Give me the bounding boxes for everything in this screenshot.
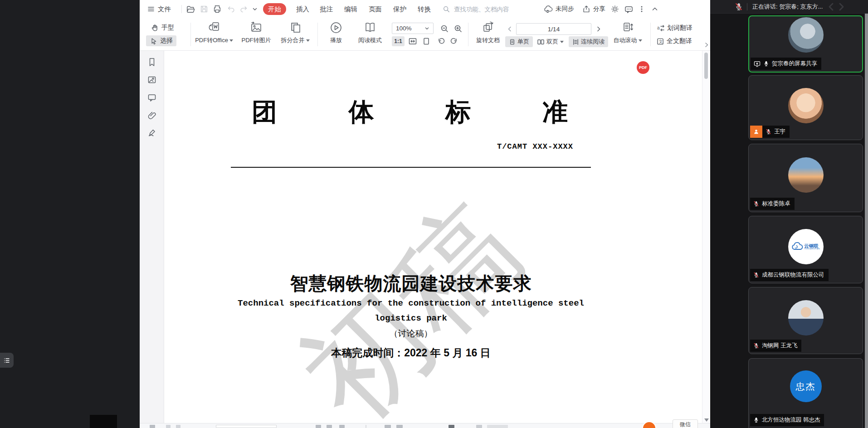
participant-label: 贺宗春的屏幕共享 <box>751 58 821 70</box>
file-menu[interactable]: 文件 <box>147 0 171 18</box>
hand-tool-button[interactable]: 手型 <box>147 22 178 33</box>
status-icon[interactable] <box>150 425 155 428</box>
printer-icon <box>213 5 222 14</box>
quickbar-more-button[interactable] <box>252 0 258 18</box>
tab-label: 插入 <box>296 5 309 14</box>
chevron-down-icon <box>252 6 258 12</box>
participant-tile-wangyu[interactable]: 王宇 <box>748 75 863 140</box>
participant-tile-hezongchun-share[interactable]: 贺宗春的屏幕共享 <box>748 15 863 73</box>
participant-tile-hanzhongjie[interactable]: 忠杰 北方恒达物流园 韩忠杰 <box>748 358 863 428</box>
status-icon[interactable] <box>176 425 180 428</box>
save-button[interactable] <box>200 0 209 18</box>
open-book-icon <box>363 21 377 34</box>
select-tool-button[interactable]: 选择 <box>146 35 176 46</box>
tab-convert[interactable]: 转换 <box>413 3 436 15</box>
rotate-left-button[interactable] <box>435 36 446 46</box>
read-mode-button[interactable]: 阅读模式 <box>352 21 388 44</box>
actual-size-button[interactable]: 1:1 <box>392 36 405 46</box>
more-menu-button[interactable] <box>639 0 645 18</box>
image-thumbnail-icon[interactable] <box>147 75 157 85</box>
settings-button[interactable] <box>610 0 619 18</box>
fit-page-button[interactable] <box>421 36 432 46</box>
status-page-box[interactable] <box>216 425 277 428</box>
signature-icon[interactable] <box>147 128 157 138</box>
tab-protect[interactable]: 保护 <box>388 3 411 15</box>
status-icon[interactable] <box>339 425 345 428</box>
tab-insert[interactable]: 插入 <box>291 3 314 15</box>
chevron-up-icon <box>651 5 658 13</box>
search-input[interactable] <box>453 5 521 13</box>
tab-edit[interactable]: 编辑 <box>339 3 362 15</box>
history-back-icon[interactable] <box>826 2 836 12</box>
double-page-button[interactable]: 双页 <box>533 36 567 47</box>
next-page-button[interactable] <box>594 24 603 34</box>
attachment-icon[interactable] <box>147 110 157 120</box>
bookmark-icon[interactable] <box>147 57 157 67</box>
split-merge-button[interactable]: 拆分合并 <box>277 21 314 44</box>
continuous-read-button[interactable]: 连续阅读 <box>569 36 608 47</box>
divider <box>650 23 651 46</box>
wechat-taskbar-tip[interactable]: 微信 <box>673 419 698 428</box>
status-icon[interactable] <box>385 425 391 428</box>
scroll-down-arrow[interactable] <box>704 418 709 422</box>
ribbon-expand-button[interactable] <box>704 42 709 48</box>
mic-on-icon <box>763 60 769 67</box>
participant-tile-chenzhuo[interactable]: 标准委陈卓 <box>748 144 863 212</box>
pdf-to-image-button[interactable]: PDF转图片 <box>237 21 276 44</box>
document-scrollbar[interactable] <box>702 51 709 423</box>
status-icon[interactable] <box>316 425 321 428</box>
redo-button[interactable] <box>239 0 249 18</box>
heading-char: 标 <box>445 98 471 126</box>
page-indicator-value: 1/14 <box>548 26 560 33</box>
tab-home[interactable]: 开始 <box>263 3 286 15</box>
document-page[interactable]: 初稿 PDF 团 体 标 准 T/CAMT XXX-XXXX 智慧钢铁物流园建设… <box>164 51 702 423</box>
comment-icon[interactable] <box>147 92 157 102</box>
status-icon[interactable] <box>327 425 332 428</box>
zoom-level-select[interactable]: 100% <box>392 23 434 34</box>
standard-heading: 团 体 标 准 <box>252 98 568 126</box>
fit-page-icon <box>422 37 430 45</box>
play-button[interactable]: 播放 <box>321 21 351 44</box>
tab-page[interactable]: 页面 <box>364 3 387 15</box>
share-button[interactable]: 分享 <box>582 0 605 18</box>
full-translate-icon: 文 <box>657 38 664 45</box>
list-icon <box>3 357 10 364</box>
collapse-ribbon-button[interactable] <box>651 0 658 18</box>
tab-annotate[interactable]: 批注 <box>315 3 338 15</box>
undo-button[interactable] <box>226 0 235 18</box>
open-button[interactable] <box>186 0 195 18</box>
participant-tile-yungang[interactable]: 云钢联 YUNGANGLIAN 成都云钢联物流有限公司 <box>748 216 863 283</box>
participant-tile-wanglongfei[interactable]: 淘钢网 王龙飞 <box>748 287 863 354</box>
pdf-app-badge[interactable]: PDF <box>637 61 649 74</box>
feedback-button[interactable] <box>624 0 634 18</box>
speaking-banner: 正在讲话: 贺宗春; 京东方... <box>752 3 823 11</box>
pdf-to-office-button[interactable]: PDF转Office <box>193 21 235 44</box>
status-icon[interactable] <box>476 425 482 428</box>
status-icon[interactable] <box>396 425 403 428</box>
heading-rule <box>231 167 591 168</box>
history-forward-icon[interactable] <box>836 2 846 12</box>
divider <box>747 3 747 10</box>
auto-scroll-button[interactable]: 自动滚动 <box>611 21 644 44</box>
search-box[interactable] <box>443 4 529 15</box>
status-icon[interactable] <box>449 425 454 428</box>
word-translate-button[interactable]: a 划词翻译 <box>656 23 703 34</box>
prev-page-button[interactable] <box>505 24 514 34</box>
status-icon[interactable] <box>166 425 171 428</box>
single-page-button[interactable]: 单页 <box>505 36 533 47</box>
fit-width-button[interactable] <box>407 36 418 46</box>
rotate-right-button[interactable] <box>449 36 460 46</box>
rotate-doc-button[interactable]: 旋转文档 <box>472 21 504 44</box>
zoom-out-button[interactable] <box>439 23 450 34</box>
status-icon[interactable] <box>487 425 508 428</box>
print-button[interactable] <box>213 0 222 18</box>
page-indicator-box[interactable]: 1/14 <box>516 23 591 35</box>
dropdown-caret <box>639 39 642 42</box>
full-translate-button[interactable]: 文 全文翻译 <box>656 36 703 47</box>
zoom-in-button[interactable] <box>453 23 463 34</box>
scrollbar-thumb[interactable] <box>704 53 708 79</box>
topbar-mic-muted-icon[interactable] <box>735 3 743 11</box>
meeting-list-button[interactable] <box>0 353 14 368</box>
sync-status[interactable]: 未同步 <box>543 0 574 18</box>
panel-scrollbar[interactable] <box>865 14 868 428</box>
